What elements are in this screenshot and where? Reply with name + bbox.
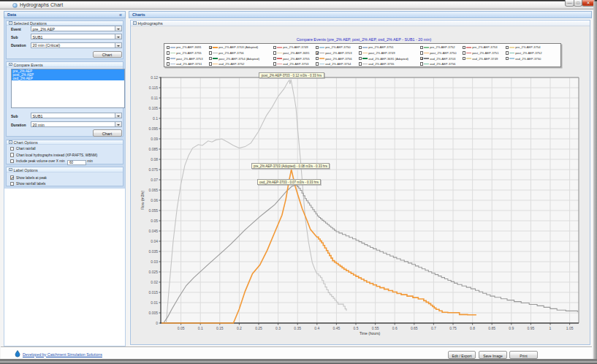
svg-text:0.55: 0.55 (372, 326, 379, 330)
svg-text:0.015: 0.015 (148, 290, 158, 295)
svg-text:0.1: 0.1 (198, 326, 203, 330)
svg-text:0.095: 0.095 (148, 126, 158, 131)
svg-text:0.07: 0.07 (151, 178, 158, 182)
svg-text:1: 1 (550, 326, 552, 330)
svg-text:0.05: 0.05 (178, 326, 185, 330)
svg-text:0.09: 0.09 (151, 137, 158, 141)
svg-text:Time (hours): Time (hours) (360, 331, 380, 335)
svg-text:1.05: 1.05 (566, 326, 574, 330)
svg-text:0.85: 0.85 (488, 326, 495, 330)
svg-text:0.025: 0.025 (148, 270, 158, 274)
svg-text:0.65: 0.65 (411, 326, 418, 330)
svg-text:0.02: 0.02 (151, 280, 158, 284)
svg-text:0.15: 0.15 (216, 326, 224, 330)
svg-text:0.5: 0.5 (354, 326, 359, 330)
svg-text:0.105: 0.105 (148, 106, 158, 110)
svg-text:0.35: 0.35 (294, 326, 301, 330)
svg-text:Flow (m3/s): Flow (m3/s) (140, 191, 145, 210)
svg-text:0.12: 0.12 (151, 75, 158, 80)
svg-text:0.01: 0.01 (151, 300, 158, 305)
svg-text:0.085: 0.085 (148, 147, 158, 151)
svg-text:0.11: 0.11 (151, 96, 159, 100)
svg-text:0.95: 0.95 (528, 326, 535, 330)
svg-text:0.03: 0.03 (151, 259, 158, 264)
svg-text:0.05: 0.05 (151, 219, 158, 223)
svg-text:0.9: 0.9 (509, 326, 514, 330)
svg-text:0.04: 0.04 (151, 239, 158, 243)
svg-text:0.45: 0.45 (333, 326, 341, 330)
svg-text:0.2: 0.2 (237, 326, 242, 330)
svg-text:0.06: 0.06 (151, 198, 158, 202)
svg-text:0.08: 0.08 (151, 157, 158, 162)
svg-text:0.3: 0.3 (275, 326, 281, 330)
svg-text:0.075: 0.075 (148, 167, 158, 172)
svg-text:0.7: 0.7 (431, 326, 436, 330)
svg-text:0.035: 0.035 (148, 249, 158, 254)
svg-text:0.4: 0.4 (314, 326, 319, 330)
svg-text:0.1: 0.1 (153, 116, 158, 121)
svg-text:0.065: 0.065 (148, 188, 158, 192)
svg-text:0.75: 0.75 (449, 326, 457, 330)
svg-text:0.8: 0.8 (470, 326, 475, 330)
svg-text:0: 0 (156, 321, 158, 325)
svg-text:0.045: 0.045 (148, 229, 158, 233)
svg-text:0.115: 0.115 (149, 86, 158, 90)
svg-text:0.055: 0.055 (148, 208, 158, 213)
svg-text:0.6: 0.6 (392, 326, 398, 330)
svg-text:0.25: 0.25 (255, 326, 262, 330)
svg-text:0.005: 0.005 (148, 311, 158, 315)
